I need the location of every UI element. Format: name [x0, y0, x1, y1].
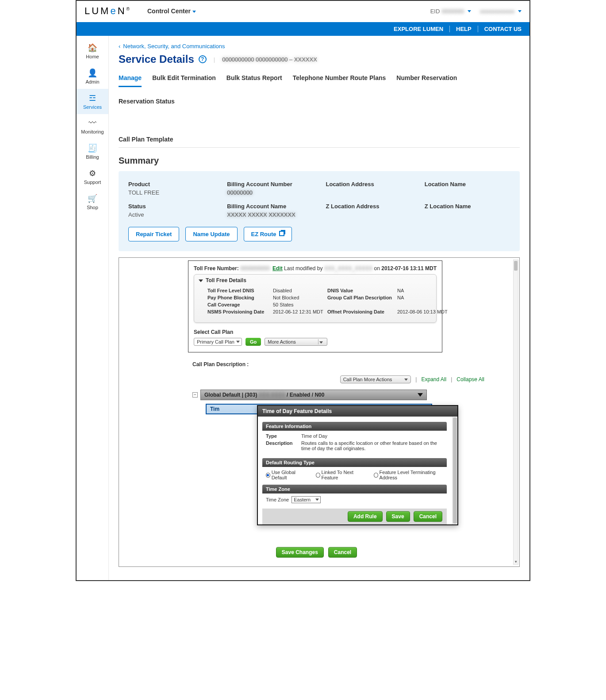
page-title: Service Details: [119, 53, 194, 65]
radio-icon: [374, 473, 378, 478]
go-button[interactable]: Go: [245, 338, 261, 346]
add-rule-button[interactable]: Add Rule: [348, 511, 383, 522]
utility-bar: EXPLORE LUMEN HELP CONTACT US: [77, 22, 529, 36]
more-actions-dropdown[interactable]: More Actions: [265, 338, 327, 346]
feature-value: Time of Day: [301, 433, 443, 439]
summary-cell: StatusActive: [128, 203, 214, 218]
tabs: ManageBulk Edit TerminationBulk Status R…: [119, 74, 520, 148]
summary-card: ProductTOLL FREEBilling Account Number00…: [119, 171, 520, 251]
side-nav: 🏠Home👤Admin☲Services〰Monitoring🧾Billing⚙…: [77, 36, 109, 580]
feature-value: Routes calls to a specific location or o…: [301, 440, 443, 451]
modal-cancel-button[interactable]: Cancel: [414, 511, 442, 522]
explore-lumen-link[interactable]: EXPLORE LUMEN: [387, 26, 450, 32]
summary-cell: Billing Account NameXXXXX XXXXX XXXXXXX: [227, 203, 312, 218]
contact-us-link[interactable]: CONTACT US: [478, 26, 522, 32]
sidenav-item-services[interactable]: ☲Services: [77, 89, 108, 114]
breadcrumb[interactable]: ‹Network, Security, and Communications: [119, 43, 520, 50]
scroll-thumb[interactable]: [453, 417, 457, 524]
scrollbar[interactable]: ▴ ▾: [513, 260, 518, 565]
scroll-down-icon[interactable]: ▾: [514, 559, 518, 565]
tab-bulk-status-report[interactable]: Bulk Status Report: [226, 74, 282, 87]
monitoring-icon: 〰: [77, 119, 108, 128]
plan-node-bar[interactable]: Global Default | (303) XXX-XXXX / Enable…: [200, 390, 427, 400]
summary-cell: ProductTOLL FREE: [128, 181, 214, 196]
tab-reservation-status[interactable]: Reservation Status: [119, 98, 175, 109]
sidenav-item-monitoring[interactable]: 〰Monitoring: [77, 114, 108, 139]
scroll-thumb[interactable]: [514, 261, 518, 271]
chevron-down-icon: [319, 341, 323, 344]
save-changes-button[interactable]: Save Changes: [276, 547, 324, 558]
home-icon: 🏠: [77, 43, 108, 53]
modal-scrollbar[interactable]: [452, 417, 457, 524]
tab-telephone-number-route-plans[interactable]: Telephone Number Route Plans: [293, 74, 386, 87]
routing-radio-2[interactable]: Feature Level Terminating Address: [374, 470, 443, 480]
control-center-dropdown[interactable]: Control Center: [147, 8, 196, 15]
toll-free-panel: Toll Free Number: 0000000000 Edit Last m…: [188, 260, 442, 352]
routing-type-header: Default Routing Type: [262, 458, 447, 467]
detail-key: [327, 302, 394, 307]
select-plan-label: Select Call Plan: [194, 329, 437, 335]
detail-key: Toll Free Level DNIS: [207, 288, 269, 293]
name-update-button[interactable]: Name Update: [185, 227, 237, 241]
tab-bulk-edit-termination[interactable]: Bulk Edit Termination: [152, 74, 216, 87]
edit-link[interactable]: Edit: [272, 265, 283, 272]
user-dropdown[interactable]: xxxxxxxxxxxx: [480, 8, 522, 15]
sidenav-item-support[interactable]: ⚙Support: [77, 164, 108, 189]
ez-route-button[interactable]: EZ Route: [244, 227, 292, 241]
time-of-day-modal: Time of Day Feature Details Feature Info…: [257, 405, 458, 525]
call-plan-more-actions-dropdown[interactable]: Call Plan More Actions: [340, 375, 411, 383]
help-link[interactable]: HELP: [450, 26, 478, 32]
modal-save-button[interactable]: Save: [386, 511, 410, 522]
chevron-down-icon: [468, 10, 471, 12]
summary-cell: Location Name: [425, 181, 510, 196]
tab-number-reservation[interactable]: Number Reservation: [396, 74, 457, 87]
back-icon: ‹: [119, 43, 120, 50]
summary-cell: Billing Account Number00000000: [227, 181, 312, 196]
summary-cell: Z Location Address: [326, 203, 411, 218]
call-plan-select[interactable]: Primary Call Plan: [194, 338, 242, 346]
time-zone-header: Time Zone: [262, 485, 447, 493]
expand-all-link[interactable]: Expand All: [421, 376, 446, 383]
summary-heading: Summary: [119, 156, 520, 166]
sidenav-item-home[interactable]: 🏠Home: [77, 38, 108, 64]
detail-value: 50 States: [273, 302, 324, 307]
detail-key: Group Call Plan Description: [327, 295, 394, 300]
sidenav-item-billing[interactable]: 🧾Billing: [77, 139, 108, 164]
routing-radio-1[interactable]: Linked To Next Feature: [316, 470, 364, 480]
repair-ticket-button[interactable]: Repair Ticket: [128, 227, 179, 241]
detail-key: NSMS Provisioning Date: [207, 309, 269, 314]
triangle-down-icon[interactable]: [418, 393, 423, 397]
tab-manage[interactable]: Manage: [119, 74, 142, 87]
title-meta: 0000000000 0000000000 – XXXXXX: [222, 56, 317, 63]
detail-key: Call Coverage: [207, 302, 269, 307]
modal-title: Time of Day Feature Details: [258, 406, 457, 417]
tab-call-plan-template[interactable]: Call Plan Template: [119, 136, 173, 147]
collapse-all-link[interactable]: Collapse All: [456, 376, 484, 383]
toll-free-details-toggle[interactable]: Toll Free Details: [194, 275, 436, 286]
chevron-down-icon: [192, 11, 196, 13]
time-zone-select[interactable]: Eastern: [291, 496, 321, 503]
detail-key: Offnet Provisioning Date: [327, 309, 394, 314]
time-zone-label: Time Zone: [266, 497, 289, 502]
detail-key: Pay Phone Blocking: [207, 295, 269, 300]
summary-cell: Location Address: [326, 181, 411, 196]
shop-icon: 🛒: [77, 194, 108, 203]
legacy-panel: ▴ ▾ Toll Free Number: 0000000000 Edit La…: [119, 257, 520, 567]
help-icon[interactable]: ?: [199, 55, 207, 63]
chevron-down-icon: [518, 10, 522, 12]
summary-cell: Z Location Name: [425, 203, 510, 218]
support-icon: ⚙: [77, 168, 108, 178]
collapse-toggle[interactable]: −: [192, 392, 198, 398]
eid-dropdown[interactable]: EID 0000000: [430, 8, 471, 15]
billing-icon: 🧾: [77, 143, 108, 153]
routing-radio-0[interactable]: Use Global Default: [266, 470, 306, 480]
chevron-down-icon: [404, 379, 408, 381]
triangle-down-icon: [199, 279, 203, 282]
call-plan-description-label: Call Plan Description :: [192, 361, 511, 367]
radio-icon: [266, 473, 270, 478]
cancel-button[interactable]: Cancel: [328, 547, 357, 558]
detail-value: 2012-08-06 10:13 MDT: [397, 309, 450, 314]
sidenav-item-shop[interactable]: 🛒Shop: [77, 189, 108, 214]
detail-value: [397, 302, 450, 307]
sidenav-item-admin[interactable]: 👤Admin: [77, 64, 108, 89]
